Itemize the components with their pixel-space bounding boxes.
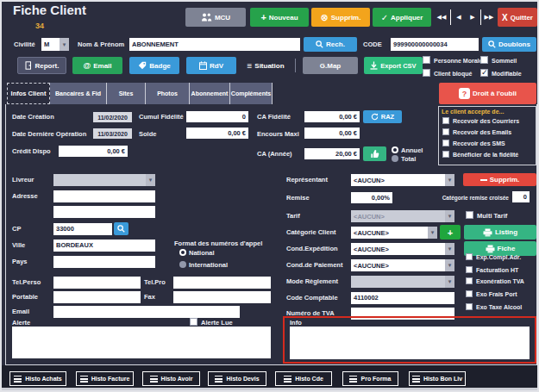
cond-paiement-select[interactable]: <AUCUNE> [351,259,454,271]
credit-dispo-input[interactable]: 0,00 € [59,146,128,157]
add-categorie-button[interactable]: + [440,225,461,240]
quitter-button[interactable]: X Quitter [498,8,537,27]
export-csv-label: Export CSV [380,62,416,70]
encours-maxi-input[interactable]: 0,00 € [304,128,360,139]
radio-annuel[interactable] [392,146,398,153]
dropdown-arrow-icon[interactable] [60,38,69,51]
dropdown-arrow-icon[interactable] [445,210,454,222]
tab-complements[interactable]: Compléments [230,83,273,104]
situation-button[interactable]: ≡ Situation [241,57,290,74]
livreur-select[interactable] [53,174,155,186]
exo-frais-port-checkbox[interactable] [466,290,473,297]
cond-expedition-select[interactable]: <AUCUNE> [351,243,454,255]
sommeil-checkbox[interactable] [480,56,488,64]
mode-reglement-select[interactable] [351,276,454,288]
hand-button[interactable] [363,146,386,161]
raz-button[interactable]: RAZ [363,110,402,123]
format-numeros-label: Format des numéros d'appel [174,240,262,248]
ville-input[interactable]: BORDEAUX [53,240,155,252]
representant-supprim-button[interactable]: Supprim. [463,173,536,186]
doublons-button[interactable]: Doublons [482,37,536,52]
cumul-fidelite-input[interactable]: 0 [186,111,248,122]
personne-morale-checkbox[interactable] [423,56,430,64]
portable-input[interactable] [53,291,141,303]
beneficier-fidelite-checkbox[interactable] [442,151,449,158]
radio-total[interactable] [392,155,398,162]
histo-devis-button[interactable]: Histo Devis [208,371,266,386]
list-icon: ≡ [247,61,252,71]
tab-photos[interactable]: Photos [146,83,190,104]
facturation-ht-checkbox[interactable] [466,266,473,273]
nav-first-button[interactable]: ◀◀ [435,8,448,27]
nouveau-button[interactable]: + Nouveau [250,8,309,27]
recevoir-sms-checkbox[interactable] [442,140,449,146]
rech-button[interactable]: Rech. [304,37,357,52]
export-csv-button[interactable]: Export CSV [364,57,423,74]
listing-button[interactable]: Listing [464,225,536,240]
cp-input[interactable]: 33000 [53,223,112,235]
civilite-select[interactable]: M [41,38,69,51]
adresse-input-2[interactable] [53,206,155,218]
categorie-client-select[interactable]: <AUCUNE> [351,227,437,239]
nav-last-button[interactable]: ▶▶ [482,8,496,27]
nav-prev-button[interactable]: ◀ [453,8,465,27]
fax-input[interactable] [173,291,271,303]
recevoir-emails-checkbox[interactable] [442,128,449,135]
ca-annee-input[interactable]: 20,00 € [304,148,360,159]
ca-fidelite-input[interactable]: 0,00 € [304,111,360,122]
info-textarea[interactable] [290,327,530,359]
email-button[interactable]: @ Email [72,57,122,74]
tarif-select[interactable]: <AUCUN> [351,210,454,222]
histo-cde-button[interactable]: Histo Cde [275,371,332,386]
recevoir-emails-label: Recevoir des Emails [453,128,511,137]
code-input[interactable]: 999900000000034 [391,38,479,51]
rdv-button[interactable]: RdV [186,57,236,74]
radio-international[interactable] [179,261,186,268]
cp-search-button[interactable] [114,222,128,235]
gmap-button[interactable]: G.Map [303,57,358,74]
recevoir-courriers-checkbox[interactable] [442,117,449,124]
tab-sites[interactable]: Sites [107,83,146,104]
exp-compl-adr-checkbox[interactable] [466,253,473,260]
droit-oubli-button[interactable]: ? Droit à l'oubli [439,83,536,104]
alerte-textarea[interactable] [12,327,271,358]
report-button[interactable]: Report. [17,57,66,74]
tab-infos-client[interactable]: Infos Client [7,83,50,104]
solde-input[interactable]: 0,00 € [186,128,248,139]
dropdown-arrow-icon[interactable] [428,227,437,239]
exo-taxe-alcool-checkbox[interactable] [466,303,473,310]
categorie-remise-input[interactable]: 0 [512,191,530,202]
mcu-button[interactable]: MCU [185,8,246,27]
alerte-lue-checkbox[interactable] [190,318,197,326]
histo-avoir-button[interactable]: Histo Avoir [142,371,200,386]
adresse-input-1[interactable] [53,190,155,202]
exoneration-tva-checkbox[interactable] [466,277,473,284]
multi-tarif-checkbox[interactable] [466,211,473,219]
pro-forma-button[interactable]: Pro Forma [342,371,398,386]
supprimer-button[interactable]: ⊗ Supprim. [311,8,370,27]
nom-prenom-input[interactable]: ABONNEMENT [129,38,300,51]
code-comptable-input[interactable]: 4110002 [351,292,454,304]
tab-abonnement[interactable]: Abonnement [190,83,230,104]
email-input[interactable] [53,306,240,318]
histo-bon-liv-button[interactable]: Histo Bon Liv [409,371,466,386]
histo-achats-button[interactable]: Histo Achats [9,371,66,386]
dropdown-arrow-icon[interactable] [445,174,454,186]
tab-bancaires-fid[interactable]: Bancaires & Fid [50,83,107,104]
modifiable-checkbox[interactable] [480,69,488,77]
dropdown-arrow-icon[interactable] [445,243,454,255]
tel-perso-input[interactable] [53,277,141,289]
appliquer-button[interactable]: ✓ Appliquer [373,8,431,27]
histo-facture-button[interactable]: Histo Facture [76,371,134,386]
radio-national[interactable] [179,249,186,256]
pays-input[interactable] [53,256,155,268]
dropdown-arrow-icon[interactable] [445,259,454,271]
representant-select[interactable]: <AUCUN> [351,174,454,186]
badge-button[interactable]: Badge [129,57,179,74]
nav-next-button[interactable]: ▶ [467,8,479,27]
dropdown-arrow-icon[interactable] [445,276,454,288]
dropdown-arrow-icon[interactable] [146,174,155,186]
client-bloque-checkbox[interactable] [423,69,430,77]
tel-pro-input[interactable] [173,277,271,289]
remise-input[interactable]: 0,00% [351,192,392,203]
